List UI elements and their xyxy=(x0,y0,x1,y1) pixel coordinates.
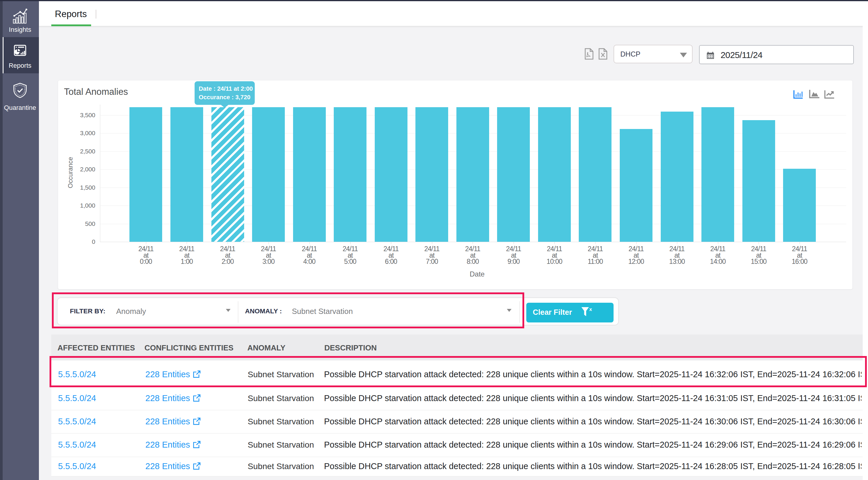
svg-text:x: x xyxy=(589,307,592,312)
